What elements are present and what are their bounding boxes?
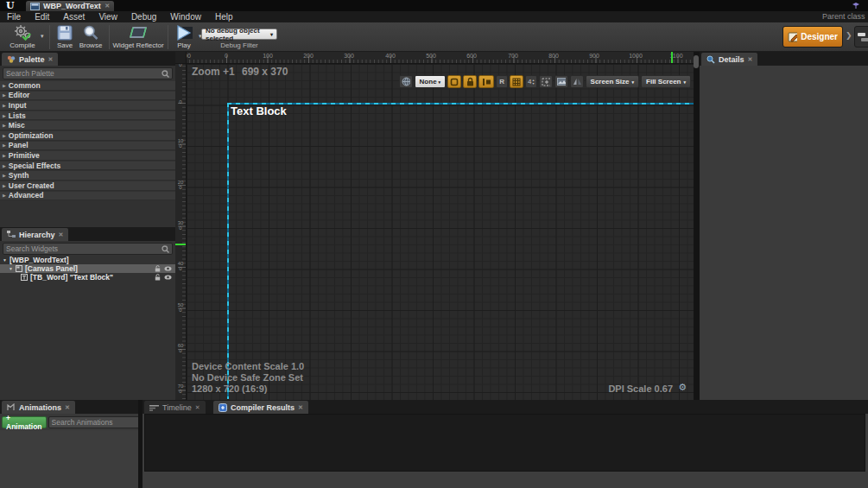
hierarchy-icon — [7, 231, 16, 238]
hierarchy-panel: Hierarchy ✕ ▼ [WBP_WordText] ▼ [Canvas P… — [0, 227, 175, 400]
localization-preview-button[interactable] — [399, 75, 413, 88]
parent-class-label: Parent class — [822, 12, 865, 21]
tab-hierarchy[interactable]: Hierarchy ✕ — [2, 228, 68, 241]
palette-category-misc[interactable]: ▶Misc — [0, 121, 175, 130]
palette-category-common[interactable]: ▶Common — [0, 81, 175, 91]
browse-button[interactable]: Browse — [76, 24, 105, 50]
close-icon[interactable]: ✕ — [59, 231, 64, 238]
visibility-eye-icon[interactable] — [164, 266, 172, 271]
palette-category-synth[interactable]: ▶Synth — [0, 171, 175, 181]
ruler-label: 100 — [177, 139, 184, 149]
close-icon[interactable]: ✕ — [48, 56, 54, 63]
canvas-toolbar: None ▾ R 4 ▴▾ — [399, 74, 691, 89]
grid-icon — [512, 78, 521, 86]
compiler-results-log[interactable] — [144, 414, 865, 472]
compile-gears-icon — [12, 24, 33, 41]
hierarchy-search-input[interactable] — [6, 244, 162, 253]
text-block-widget[interactable]: Text Block — [231, 105, 287, 117]
palette-category-advanced[interactable]: ▶Advanced — [0, 192, 175, 201]
unreal-umg-editor: U WBP_WordText ✕ File Edit Asset View De… — [0, 0, 868, 488]
expander-down-icon[interactable]: ▼ — [9, 266, 13, 271]
lock-open-icon[interactable] — [155, 265, 161, 272]
background-image-button[interactable] — [554, 75, 568, 88]
menu-help[interactable]: Help — [208, 12, 240, 22]
hierarchy-search[interactable] — [3, 243, 173, 255]
palette-category-input[interactable]: ▶Input — [0, 101, 175, 111]
palette-search-input[interactable] — [6, 69, 162, 78]
asset-tab[interactable]: WBP_WordText ✕ — [26, 1, 114, 11]
tab-compiler-results[interactable]: Compiler Results ✕ — [213, 401, 308, 414]
menu-asset[interactable]: Asset — [56, 12, 92, 22]
graph-mode-button[interactable] — [854, 26, 868, 48]
menu-file[interactable]: File — [0, 12, 28, 22]
palette-category-editor[interactable]: ▶Editor — [0, 92, 175, 101]
transform-preview-button[interactable] — [539, 75, 553, 88]
mode-chevron-icon: ❯ — [846, 31, 852, 40]
menu-debug[interactable]: Debug — [124, 12, 163, 22]
toolbar-separator — [49, 25, 50, 49]
panel-collapse-handle[interactable] — [694, 55, 699, 68]
details-panel: Details ✕ — [700, 52, 868, 400]
hierarchy-row-tb-word[interactable]: [TB_Word] "Text Block" — [0, 273, 175, 282]
play-button[interactable]: Play — [171, 24, 197, 50]
tab-details[interactable]: Details ✕ — [701, 53, 757, 66]
close-icon[interactable]: ✕ — [298, 404, 303, 411]
expander-down-icon[interactable]: ▼ — [3, 257, 7, 263]
preview-culture-dropdown[interactable]: None ▾ — [415, 75, 447, 88]
palette-category-panel[interactable]: ▶Panel — [0, 142, 175, 151]
palette-category-optimization[interactable]: ▶Optimization — [0, 131, 175, 141]
class-settings-icon[interactable] — [852, 2, 860, 10]
palette-category-lists[interactable]: ▶Lists — [0, 111, 175, 121]
align-snap-button[interactable] — [478, 75, 494, 88]
grid-snap-toggle-button[interactable] — [510, 75, 523, 88]
animations-search-input[interactable] — [52, 418, 148, 427]
grid-snap-size-spinner[interactable]: 4 ▴▾ — [525, 75, 536, 88]
add-animation-button[interactable]: + Animation — [2, 416, 47, 428]
resolution-label: 1280 x 720 (16:9) — [192, 383, 267, 394]
compile-button[interactable]: Compile — [5, 24, 40, 50]
tab-animations[interactable]: Animations ✕ — [2, 401, 75, 414]
palette-category-primitive[interactable]: ▶Primitive — [0, 151, 175, 161]
ruler-label: 100 — [177, 64, 184, 67]
designer-mode-button[interactable]: Designer — [782, 26, 843, 48]
text-block-icon — [21, 274, 28, 281]
screen-size-dropdown[interactable]: Screen Size ▾ — [586, 75, 639, 88]
canvas-surface[interactable]: Zoom +1 699 x 370 Text Block Device Cont… — [187, 64, 694, 400]
visibility-eye-icon[interactable] — [164, 275, 172, 280]
lock-open-icon[interactable] — [155, 274, 161, 281]
spin-down-icon[interactable]: ▾ — [533, 82, 535, 86]
debug-object-dropdown[interactable]: No debug object selected ▾ — [201, 29, 277, 40]
close-icon[interactable]: ✕ — [748, 56, 753, 63]
safe-zone-label: No Device Safe Zone Set — [192, 372, 303, 383]
hierarchy-row-root[interactable]: ▼ [WBP_WordText] — [0, 256, 175, 264]
dpi-settings-gear-icon[interactable]: ⚙ — [678, 382, 687, 393]
designer-canvas[interactable]: 100 0 100 200 300 400 500 600 700 800 90… — [175, 52, 694, 400]
title-bar: U WBP_WordText ✕ — [0, 0, 868, 11]
palette-category-user-created[interactable]: ▶User Created — [0, 181, 175, 191]
hierarchy-row-canvas-panel[interactable]: ▼ [Canvas Panel] — [0, 264, 175, 273]
rotation-mode-button[interactable]: R — [496, 75, 508, 88]
tab-timeline[interactable]: Timeline ✕ — [144, 401, 206, 414]
close-icon[interactable]: ✕ — [195, 404, 200, 411]
menu-edit[interactable]: Edit — [28, 12, 56, 22]
palette-search[interactable] — [3, 67, 173, 79]
menu-view[interactable]: View — [92, 12, 124, 22]
caret-down-icon: ▾ — [632, 79, 635, 85]
mirror-preview-button[interactable] — [570, 75, 584, 88]
fill-screen-dropdown[interactable]: Fill Screen ▾ — [641, 75, 691, 88]
save-button[interactable]: Save — [53, 24, 77, 50]
respect-locks-button[interactable] — [463, 75, 477, 88]
widget-reflector-button[interactable]: Widget Reflector — [112, 24, 164, 50]
close-icon[interactable]: ✕ — [105, 3, 110, 10]
outline-toggle-button[interactable] — [447, 75, 461, 88]
ruler-label: 600 — [177, 344, 184, 353]
close-icon[interactable]: ✕ — [65, 404, 70, 411]
tab-palette[interactable]: Palette ✕ — [2, 53, 58, 66]
widget-size-label: 699 x 370 — [242, 66, 288, 78]
ruler-label: 300 — [177, 221, 184, 231]
expander-right-icon: ▶ — [3, 113, 6, 118]
menu-window[interactable]: Window — [163, 12, 208, 22]
palette-category-special-effects[interactable]: ▶Special Effects — [0, 162, 175, 171]
expander-right-icon: ▶ — [3, 173, 6, 178]
compile-options-caret-icon[interactable]: ▾ — [41, 33, 44, 40]
